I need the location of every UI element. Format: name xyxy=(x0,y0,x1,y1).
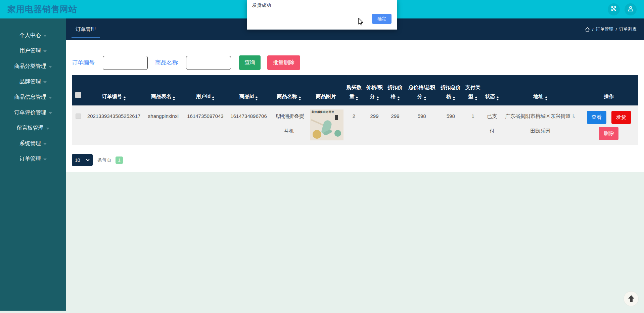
modal-confirm-button[interactable]: 确定 xyxy=(372,14,392,24)
sidebar-item-label: 订单评价管理 xyxy=(14,109,46,116)
tab-order-management[interactable]: 订单管理 xyxy=(70,18,101,40)
sidebar-menu: 个人中心 用户管理 商品分类管理 品牌管理 商品信息管理 订单评价管理 留言板管… xyxy=(0,18,66,167)
sort-icon xyxy=(173,96,175,100)
delete-button[interactable]: 删除 xyxy=(599,127,618,140)
table-row: 2021339343585252617 shangpinxinxi 161473… xyxy=(72,105,638,145)
breadcrumb-order-list[interactable]: 订单列表 xyxy=(619,26,637,32)
sidebar-item-product-info-management[interactable]: 商品信息管理 xyxy=(0,89,66,105)
sidebar-item-system-management[interactable]: 系统管理 xyxy=(0,136,66,151)
view-button[interactable]: 查看 xyxy=(587,111,606,124)
breadcrumb-order-management[interactable]: 订单管理 xyxy=(596,26,613,32)
query-button[interactable]: 查询 xyxy=(239,55,261,70)
sidebar-item-label: 商品分类管理 xyxy=(14,63,46,70)
col-address[interactable]: 地址 xyxy=(501,75,579,105)
sidebar-item-message-board-management[interactable]: 留言板管理 xyxy=(0,120,66,136)
col-product-image: 商品图片 xyxy=(308,75,344,105)
modal-message: 发货成功 xyxy=(252,2,271,8)
select-all-checkbox[interactable] xyxy=(75,92,81,98)
sort-icon xyxy=(475,96,477,100)
col-product-table[interactable]: 商品表名 xyxy=(143,75,183,105)
product-image-caption: 美好颜值由内而外 xyxy=(310,109,343,114)
sidebar-item-category-management[interactable]: 商品分类管理 xyxy=(0,58,66,74)
user-button[interactable] xyxy=(625,3,637,15)
col-actions: 操作 xyxy=(580,75,638,105)
caret-down-icon xyxy=(43,159,47,161)
col-product-id[interactable]: 商品id xyxy=(227,75,270,105)
steamer-illustration xyxy=(321,120,332,135)
caret-down-icon xyxy=(43,35,47,37)
product-image: 美好颜值由内而外 xyxy=(310,109,343,140)
order-no-label: 订单编号 xyxy=(72,59,95,66)
content-panel: 订单编号 商品名称 查询 批量删除 订单编号 商品表名 用户id 商品 xyxy=(66,40,644,172)
sort-icon xyxy=(424,96,426,100)
sort-icon xyxy=(376,96,379,100)
breadcrumb: / 订单管理 / 订单列表 xyxy=(585,26,637,32)
fullscreen-button[interactable] xyxy=(608,3,620,15)
sidebar-item-label: 商品信息管理 xyxy=(14,94,46,101)
cell-total-price: 598 xyxy=(405,105,438,145)
cell-product-name: 飞利浦折叠熨斗机 xyxy=(270,105,308,145)
sort-icon xyxy=(356,96,358,100)
sidebar-item-label: 个人中心 xyxy=(19,32,41,39)
sidebar-item-brand-management[interactable]: 品牌管理 xyxy=(0,74,66,89)
sidebar-item-personal-center[interactable]: 个人中心 xyxy=(0,28,66,43)
sidebar-item-label: 留言板管理 xyxy=(17,125,44,132)
cell-product-table: shangpinxinxi xyxy=(143,105,183,145)
cell-product-image: 美好颜值由内而外 xyxy=(308,105,344,145)
col-discount-total[interactable]: 折扣总价格 xyxy=(438,75,463,105)
col-price[interactable]: 价格/积分 xyxy=(364,75,385,105)
caret-down-icon xyxy=(43,143,47,145)
app-root: 家用电器销售网站 xyxy=(0,0,644,313)
product-name-input[interactable] xyxy=(186,56,231,70)
sort-icon xyxy=(545,96,548,100)
col-quantity[interactable]: 购买数量 xyxy=(344,75,364,105)
sort-icon xyxy=(453,96,455,100)
order-no-input[interactable] xyxy=(103,56,148,70)
sort-icon xyxy=(255,96,258,100)
cell-discount-price: 299 xyxy=(385,105,405,145)
row-checkbox[interactable] xyxy=(76,114,81,119)
sort-icon xyxy=(123,96,126,100)
sidebar-item-label: 订单管理 xyxy=(19,155,41,163)
arrow-up-icon xyxy=(627,295,636,303)
user-icon xyxy=(627,5,634,13)
sidebar-item-order-management[interactable]: 订单管理 xyxy=(0,151,66,167)
sidebar: 个人中心 用户管理 商品分类管理 品牌管理 商品信息管理 订单评价管理 留言板管… xyxy=(0,18,66,311)
home-icon[interactable] xyxy=(585,27,590,32)
sidebar-item-label: 品牌管理 xyxy=(19,78,41,85)
page-number-button[interactable]: 1 xyxy=(116,156,123,164)
col-total-price[interactable]: 总价格/总积分 xyxy=(405,75,438,105)
col-order-no[interactable]: 订单编号 xyxy=(85,75,143,105)
cell-address: 广东省揭阳市榕城区东兴街道玉田颐乐园 xyxy=(501,105,579,145)
caret-down-icon xyxy=(49,97,52,99)
per-page-label: 条每页 xyxy=(97,157,111,163)
cell-discount-total: 598 xyxy=(438,105,463,145)
cell-order-no: 2021339343585252617 xyxy=(85,105,143,145)
col-discount-price[interactable]: 折扣价格 xyxy=(385,75,405,105)
sidebar-item-label: 系统管理 xyxy=(19,140,41,147)
caret-down-icon xyxy=(49,112,52,114)
orders-table: 订单编号 商品表名 用户id 商品id 商品名称 商品图片 购买数量 价格/积分… xyxy=(72,75,638,145)
sort-icon xyxy=(496,96,499,100)
cell-quantity: 2 xyxy=(344,105,364,145)
back-to-top-button[interactable] xyxy=(624,291,639,306)
breadcrumb-separator: / xyxy=(592,27,594,32)
col-pay-type[interactable]: 支付类型 xyxy=(463,75,482,105)
sort-icon xyxy=(298,96,301,100)
col-status[interactable]: 状态 xyxy=(482,75,501,105)
cell-price: 299 xyxy=(364,105,385,145)
table-header-row: 订单编号 商品表名 用户id 商品id 商品名称 商品图片 购买数量 价格/积分… xyxy=(72,75,638,105)
header-actions xyxy=(608,3,637,15)
ship-button[interactable]: 发货 xyxy=(611,111,631,124)
col-product-name[interactable]: 商品名称 xyxy=(270,75,308,105)
cell-actions: 查看 发货 删除 xyxy=(580,105,638,145)
page-size-select[interactable]: 10 xyxy=(72,154,93,166)
col-user-id[interactable]: 用户id xyxy=(183,75,227,105)
batch-delete-button[interactable]: 批量删除 xyxy=(267,55,300,70)
sidebar-item-order-review-management[interactable]: 订单评价管理 xyxy=(0,105,66,120)
header-select-all[interactable] xyxy=(72,75,85,105)
tab-label: 订单管理 xyxy=(76,26,96,33)
sidebar-item-user-management[interactable]: 用户管理 xyxy=(0,43,66,58)
sort-icon xyxy=(212,96,215,100)
sort-icon xyxy=(397,96,400,100)
